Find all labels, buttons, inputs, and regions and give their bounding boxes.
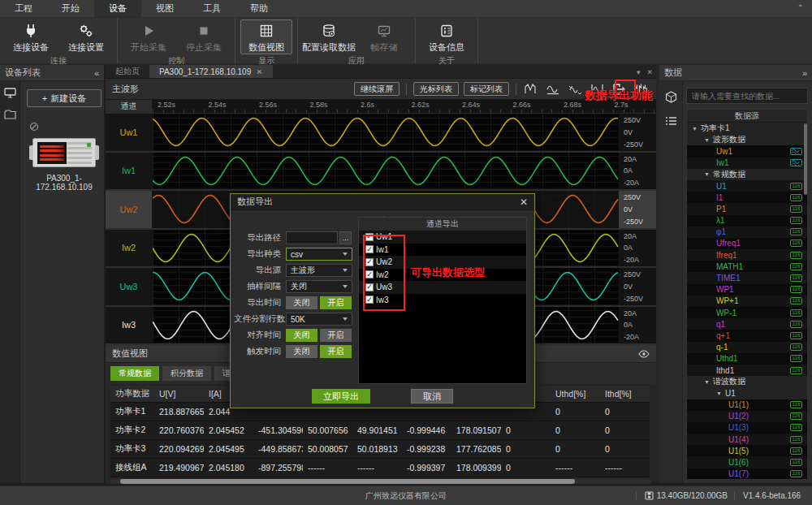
tree-item[interactable]: ▼U1 <box>687 387 807 399</box>
expand-arrow-icon[interactable]: ▼ <box>716 391 722 396</box>
tree-vertical-scrollbar[interactable] <box>804 123 807 195</box>
numeric-tab-2[interactable]: 积分数据 <box>162 366 211 381</box>
tree-item[interactable]: ▼波形数据 <box>687 134 807 145</box>
export-now-button[interactable]: 立即导出 <box>312 389 370 404</box>
tree-item[interactable]: MATH1126 <box>687 261 807 272</box>
export-path-input[interactable] <box>286 231 338 244</box>
toggle-off[interactable]: 关闭 <box>286 329 317 342</box>
expand-arrow-icon[interactable]: ▼ <box>692 126 698 132</box>
tab-close-icon[interactable]: ✕ <box>256 67 262 76</box>
tree-item[interactable]: Iw1 <box>687 158 807 169</box>
data-source-cube-icon[interactable] <box>665 91 677 103</box>
tree-item[interactable]: Uw1 <box>687 145 807 157</box>
field-select[interactable]: 关闭 <box>286 280 352 293</box>
field-select[interactable]: csv <box>286 248 352 261</box>
tree-item[interactable]: P1126 <box>687 203 807 214</box>
tree-item[interactable]: U1(6)126 <box>687 456 807 468</box>
tree-item[interactable]: TIME1126 <box>687 272 807 283</box>
ribbon-button[interactable]: 连接设置 <box>60 19 112 54</box>
browse-button[interactable]: ... <box>339 231 352 244</box>
ribbon-button[interactable]: 数值视图 <box>240 19 292 54</box>
tree-item[interactable]: U1(5)126 <box>687 445 807 456</box>
tree-item[interactable]: Uthd1126 <box>687 353 807 365</box>
tree-item[interactable]: WP+1126 <box>687 296 807 307</box>
table-row[interactable]: 功率卡3220.0942692.045495-449.85867350.0080… <box>110 439 650 458</box>
menu-item-2[interactable]: 开始 <box>47 0 94 17</box>
field-select[interactable]: 主波形 <box>286 264 352 277</box>
toggle-on[interactable]: 开启 <box>320 329 352 342</box>
device-view-icon[interactable] <box>4 88 16 98</box>
add-device-button[interactable]: + 新建设备 <box>27 89 102 107</box>
table-row[interactable]: 功率卡2220.7603762.045452-451.30459650.0076… <box>110 421 650 439</box>
tree-item[interactable]: I1126 <box>687 192 807 203</box>
tree-item[interactable]: ▼谐波数据 <box>687 376 807 387</box>
table-row[interactable]: 接线组A219.4909672.045180-897.255798-------… <box>110 458 650 477</box>
tree-item[interactable]: WP-1126 <box>687 307 807 318</box>
table-cell: 220.094269 <box>154 439 204 458</box>
ribbon-collapse-icon[interactable]: ⌃ <box>797 3 804 12</box>
numeric-tab-1[interactable]: 常规数据 <box>110 366 159 381</box>
tree-item[interactable]: U1(1)126 <box>687 399 807 411</box>
field-select[interactable]: 50K <box>286 313 352 326</box>
channel-row-Uw1[interactable]: Uw1 250V0V-250V <box>106 114 656 153</box>
tree-item[interactable]: Ifreq1126 <box>687 249 807 261</box>
tree-item[interactable]: λ1126 <box>687 215 807 227</box>
ribbon-button[interactable]: 连接设备 <box>5 19 57 54</box>
tab-2[interactable]: PA300_1-172.168.10.109✕ <box>149 65 273 78</box>
numeric-data-badge-icon: 126 <box>790 228 802 235</box>
dialog-close-icon[interactable]: ✕ <box>520 196 528 208</box>
tree-item[interactable]: q+1126 <box>687 330 807 341</box>
collapse-panel-icon[interactable]: » <box>802 68 807 78</box>
device-screen <box>37 142 67 164</box>
close-icon[interactable]: ✕ <box>646 68 653 76</box>
wave-baseline-icon[interactable] <box>545 82 562 97</box>
toggle-off[interactable]: 关闭 <box>286 296 317 309</box>
tree-item[interactable]: ▼功率卡1 <box>687 123 807 134</box>
menu-item-4[interactable]: 视图 <box>141 0 188 17</box>
toggle-on[interactable]: 开启 <box>320 345 352 358</box>
table-horizontal-scrollbar[interactable] <box>110 479 651 484</box>
expand-arrow-icon[interactable]: ▼ <box>704 171 710 177</box>
list-view-icon[interactable] <box>665 116 677 126</box>
tab-1[interactable]: 起始页 <box>106 65 149 78</box>
search-input[interactable] <box>686 88 808 104</box>
toggle-on[interactable]: 开启 <box>320 296 352 309</box>
channel-label: Uw3 <box>106 268 153 305</box>
menu-item-1[interactable]: 工程 <box>0 0 47 17</box>
tree-item[interactable]: φ1126 <box>687 227 807 238</box>
device-card[interactable]: PA300_1-172.168.10.109 <box>24 115 104 209</box>
expand-arrow-icon[interactable]: ▼ <box>704 379 710 385</box>
wave-button-1[interactable]: 继续滚屏 <box>354 82 400 96</box>
toggle-off[interactable]: 关闭 <box>286 345 317 358</box>
tree-item[interactable]: U1(3)126 <box>687 422 807 434</box>
wave-marker-icon[interactable] <box>567 82 584 97</box>
tree-item[interactable]: Ithd1126 <box>687 365 807 376</box>
menu-item-5[interactable]: 工具 <box>188 0 235 17</box>
tree-item[interactable]: U1(2)126 <box>687 411 807 422</box>
channel-row-Iw1[interactable]: Iw1 20A0A-20A <box>106 153 656 192</box>
menu-item-3[interactable]: 设备 <box>94 0 141 17</box>
ribbon-button[interactable]: 配置读取数据 <box>303 19 355 54</box>
wave-cursor-icon[interactable] <box>523 82 540 97</box>
expand-arrow-icon[interactable]: ▼ <box>704 137 710 143</box>
ribbon-button[interactable]: 设备信息 <box>421 19 473 54</box>
cancel-button[interactable]: 取消 <box>411 389 453 404</box>
tree-item[interactable]: q-1126 <box>687 342 807 353</box>
menu-item-6[interactable]: 帮助 <box>235 0 283 17</box>
tree-item[interactable]: WP1126 <box>687 284 807 296</box>
wave-button-3[interactable]: 标记列表 <box>464 82 509 96</box>
tree-item[interactable]: U1(7)126 <box>687 468 807 480</box>
collapse-panel-icon[interactable]: « <box>94 68 99 78</box>
chevron-down-icon[interactable]: ▾ <box>637 68 641 76</box>
ribbon-group: 数值视图显示 <box>235 18 298 63</box>
tree-item[interactable]: U1126 <box>687 180 807 192</box>
wave-button-2[interactable]: 光标列表 <box>413 82 459 96</box>
table-cell: ------ <box>551 458 600 477</box>
tree-item[interactable]: U1(4)126 <box>687 434 807 445</box>
eye-icon[interactable] <box>638 350 650 358</box>
tree-item[interactable]: q1126 <box>687 318 807 330</box>
project-folder-icon[interactable] <box>4 110 16 119</box>
tree-item[interactable]: ▼常规数据 <box>687 169 807 180</box>
table-header-cell: Ithd[%] <box>600 386 650 402</box>
tree-item[interactable]: Ufreq1126 <box>687 238 807 249</box>
